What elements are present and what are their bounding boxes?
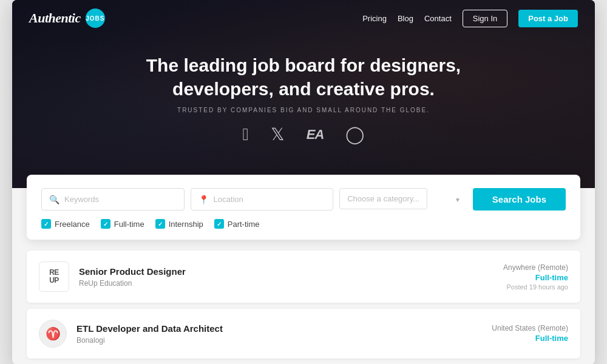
jobs-badge: JOBS	[86, 8, 105, 28]
hero-section: Authentic JOBS Pricing Blog Contact Sign…	[12, 0, 595, 188]
nav-blog[interactable]: Blog	[398, 14, 413, 23]
job-location-1: Anywhere (Remote)	[503, 263, 568, 272]
location-note-1: (Remote)	[538, 263, 568, 272]
navbar-right: Pricing Blog Contact Sign In Post a Job	[362, 10, 578, 27]
company-logo-bonalogi: ♈	[39, 320, 67, 348]
search-row: 🔍 📍 Choose a category... ▼ Search Jobs	[41, 188, 566, 211]
job-posted-1: Posted 19 hours ago	[503, 283, 568, 291]
location-input-wrap: 📍	[191, 188, 334, 211]
check-icon: ✓	[217, 221, 222, 228]
job-meta-2: United States (Remote) Full-time	[492, 323, 568, 344]
hero-content: The leading job board for designers, dev…	[12, 36, 595, 144]
fulltime-checkbox[interactable]: ✓	[101, 219, 110, 229]
job-info-1: Senior Product Designer ReUp Education	[79, 266, 503, 288]
reup-logo-text: REUP	[49, 269, 59, 285]
job-location-2: United States (Remote)	[492, 323, 568, 332]
check-icon: ✓	[44, 221, 49, 228]
trusted-logos:  𝕏 EA ◯	[24, 124, 583, 144]
job-list: REUP Senior Product Designer ReUp Educat…	[27, 251, 580, 359]
navbar: Authentic JOBS Pricing Blog Contact Sign…	[12, 0, 595, 36]
search-section: 🔍 📍 Choose a category... ▼ Search Jobs ✓	[27, 175, 580, 240]
fulltime-label: Full-time	[114, 220, 144, 229]
parttime-label: Part-time	[228, 220, 260, 229]
search-jobs-button[interactable]: Search Jobs	[473, 188, 566, 211]
job-type-2: Full-time	[492, 334, 568, 343]
navbar-left: Authentic JOBS	[29, 8, 105, 28]
twitter-icon: 𝕏	[271, 124, 285, 144]
company-logo-reup: REUP	[39, 261, 69, 292]
keywords-input[interactable]	[64, 189, 177, 209]
location-icon: 📍	[198, 195, 209, 204]
filter-internship[interactable]: ✓ Internship	[155, 219, 203, 229]
apple-icon: 	[243, 125, 249, 144]
hero-subtitle: TRUSTED BY COMPANIES BIG AND SMALL AROUN…	[24, 107, 583, 113]
job-meta-1: Anywhere (Remote) Full-time Posted 19 ho…	[503, 263, 568, 291]
category-select-wrap: Choose a category... ▼	[339, 188, 467, 211]
freelance-checkbox[interactable]: ✓	[41, 219, 51, 229]
keywords-input-wrap: 🔍	[41, 188, 185, 211]
signin-button[interactable]: Sign In	[463, 10, 507, 27]
job-title-1: Senior Product Designer	[79, 266, 503, 277]
table-row[interactable]: REUP Senior Product Designer ReUp Educat…	[27, 251, 580, 303]
parttime-checkbox[interactable]: ✓	[214, 219, 224, 229]
browser-window: Authentic JOBS Pricing Blog Contact Sign…	[12, 0, 595, 364]
ea-icon: EA	[307, 127, 324, 143]
location-note-2: (Remote)	[538, 324, 568, 332]
bonalogi-icon: ♈	[46, 326, 61, 341]
job-company-1: ReUp Education	[79, 279, 503, 288]
table-row[interactable]: ♈ ETL Developer and Data Architect Bonal…	[27, 309, 580, 359]
search-icon: 🔍	[49, 195, 59, 204]
nav-pricing[interactable]: Pricing	[362, 14, 387, 23]
location-input[interactable]	[214, 189, 326, 209]
filter-freelance[interactable]: ✓ Freelance	[41, 219, 90, 229]
filter-row: ✓ Freelance ✓ Full-time ✓ Internship ✓	[41, 219, 566, 229]
nav-contact[interactable]: Contact	[424, 14, 452, 23]
post-job-button[interactable]: Post a Job	[518, 10, 578, 27]
check-icon: ✓	[158, 221, 163, 228]
internship-checkbox[interactable]: ✓	[155, 219, 165, 229]
freelance-label: Freelance	[55, 220, 90, 229]
job-company-2: Bonalogi	[76, 336, 492, 345]
job-type-1: Full-time	[503, 273, 568, 282]
facebook-icon: ◯	[345, 124, 364, 144]
check-icon: ✓	[103, 221, 108, 228]
filter-fulltime[interactable]: ✓ Full-time	[101, 219, 144, 229]
job-info-2: ETL Developer and Data Architect Bonalog…	[76, 323, 492, 345]
site-logo: Authentic	[29, 10, 81, 26]
job-title-2: ETL Developer and Data Architect	[76, 323, 492, 334]
category-select[interactable]: Choose a category...	[339, 188, 427, 209]
hero-title: The leading job board for designers, dev…	[127, 53, 480, 101]
internship-label: Internship	[169, 220, 203, 229]
filter-parttime[interactable]: ✓ Part-time	[214, 219, 260, 229]
chevron-down-icon: ▼	[455, 196, 461, 203]
